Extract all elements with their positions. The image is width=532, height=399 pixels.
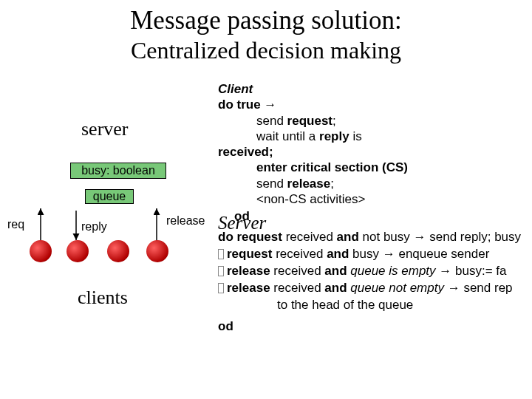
client-do-true: do true (218, 98, 261, 112)
server-rule: release received and queue not empty → s… (218, 280, 532, 297)
title-line-1: Message passing solution: (0, 0, 532, 35)
server-rule: release received and queue is empty → bu… (218, 263, 532, 280)
message-arrows (0, 89, 236, 310)
server-header: Server (218, 211, 266, 234)
server-pseudocode: do request received and not busy → send … (218, 229, 532, 335)
arrow-glyph: → (261, 98, 277, 112)
client-node (146, 240, 168, 262)
server-client-diagram: server busy: boolean queue req reply rel… (0, 89, 236, 310)
client-line: send release; (218, 176, 532, 191)
client-header: Client (218, 81, 532, 97)
clients-label: clients (78, 287, 128, 309)
client-line: wait until a reply is (218, 129, 532, 144)
server-rule-tail: to the head of the queue (218, 297, 532, 314)
client-pseudocode: Client do true → send request; wait unti… (218, 81, 532, 335)
server-od: od (218, 318, 532, 335)
client-line: send request; (218, 113, 532, 129)
client-line: enter critical section (CS) (218, 160, 532, 175)
client-node (30, 240, 52, 262)
server-rule: request received and busy → enqueue send… (218, 246, 532, 263)
client-line: received; (218, 144, 532, 160)
client-node (66, 240, 89, 262)
client-line: <non-CS activities> (218, 191, 532, 207)
client-node (107, 240, 129, 262)
title-line-2: Centralized decision making (0, 37, 532, 64)
